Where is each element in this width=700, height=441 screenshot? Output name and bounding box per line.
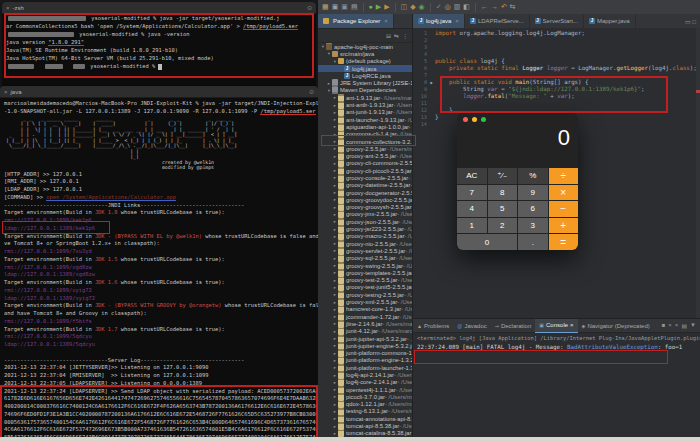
tree-item-apiguardian-api-1-0-0-jar[interactable]: ▸apiguardian-api-1.0.0.jar - /... [318, 123, 412, 130]
code-line[interactable]: 7 [413, 72, 700, 79]
tab-close-icon[interactable]: × [384, 18, 388, 24]
tree-item-opentest4j-1-1-1-jar[interactable]: ▸opentest4j-1.1.1.jar - /Users... [318, 386, 412, 393]
calc-button-1[interactable]: 1 [457, 218, 487, 234]
new-package-icon[interactable]: ◆ [410, 2, 415, 12]
tree-item-log4j-java[interactable]: Jlog4j.java [318, 65, 412, 72]
tree-item-jcommander-1-72-jar[interactable]: ▸jcommander-1.72.jar - /Use... [318, 313, 412, 320]
search-icon[interactable]: ◎ [445, 2, 451, 12]
editor-tab-mapper-java[interactable]: JMapper.java [584, 14, 636, 28]
tree-item-groovy-templates-2-5-5-jar[interactable]: ▸groovy-templates-2.5.5.jar [318, 269, 412, 276]
last-edit-icon[interactable]: ↶ [501, 2, 507, 12]
tree-item-jline-2-14-6-jar[interactable]: ▸jline-2.14.6.jar - /Users/mar... [318, 320, 412, 327]
collapse-all-icon[interactable]: ⊟ [386, 32, 391, 39]
settings-icon[interactable]: ⊙ [309, 88, 314, 95]
print-icon[interactable]: ▤ [351, 2, 358, 12]
console-tab-problems[interactable]: ▲Problems [413, 319, 453, 332]
run-icon[interactable]: ▶ [376, 2, 381, 12]
tree-item-log4jrce-java[interactable]: JLog4jRCE.java [318, 72, 412, 79]
editor-tab-serverstart-[interactable]: JServerStart... [530, 14, 584, 28]
calc-button-=[interactable]: = [549, 234, 579, 250]
tab-close-icon[interactable]: × [570, 322, 574, 328]
calc-button-−[interactable]: − [549, 201, 579, 217]
console-tab-javadoc[interactable]: @Javadoc [453, 319, 490, 332]
calc-button-.[interactable]: . [518, 234, 548, 250]
code-line[interactable]: 5public class log4j { [413, 58, 700, 65]
remove-all-icon[interactable]: × [675, 322, 679, 329]
code-line[interactable]: 4 [413, 51, 700, 58]
tree-item-groovy-json-2-5-5-jar[interactable]: ▸groovy-json-2.5.5.jar - /Use... [318, 218, 412, 225]
tree-item-groovy-jsr223-2-5-5-jar[interactable]: ▸groovy-jsr223-2.5.5.jar - /U... [318, 225, 412, 232]
tree-item-picocli-3-7-0-jar[interactable]: ▸picocli-3.7.0.jar - /Users/ma... [318, 393, 412, 400]
tree-item-groovy-cli-commons-2-5-5-j-[interactable]: ▸groovy-cli-commons-2.5.5.j... [318, 160, 412, 167]
console-tab-declaration[interactable]: ⇒Declaration [491, 319, 536, 332]
tree-item--default-package-[interactable]: ▾(default package) [318, 58, 412, 65]
tree-item-groovy-console-2-5-5-jar[interactable]: ▸groovy-console-2.5.5.jar - /... [318, 174, 412, 181]
code-line[interactable]: 3 [413, 44, 700, 51]
tree-item-groovy-groovydoc-2-5-5-jar[interactable]: ▸groovy-groovydoc-2.5.5.jar [318, 196, 412, 203]
remove-launch-icon[interactable]: × [668, 322, 672, 329]
calc-button-+[interactable]: + [549, 218, 579, 234]
settings-icon[interactable]: ⊙ [307, 4, 312, 11]
profile-icon[interactable]: ▶ [384, 2, 389, 12]
code-line[interactable]: 9 String var = "${jndi:ldap://127.0.0.1:… [413, 86, 700, 93]
annotation-icon[interactable]: ◧ [463, 2, 470, 12]
tree-item-junit-4-12-jar[interactable]: ▸junit-4.12.jar - /Users/marci... [318, 328, 412, 335]
tree-item-groovy-servlet-2-5-5-jar[interactable]: ▸groovy-servlet-2.5.5.jar - /U... [318, 247, 412, 254]
console-tab-navigator-deprecated-[interactable]: ◈Navigator (Deprecated) [578, 319, 654, 332]
panel-minmax-icons[interactable]: ▭ □ [685, 14, 700, 28]
editor-tab-ldaprefserve-[interactable]: JLDAPRefServe... [465, 14, 530, 28]
code-line[interactable]: 10 logger.fatal("Message: " + var); [413, 93, 700, 100]
calculator-titlebar[interactable] [457, 113, 578, 125]
code-line[interactable]: 8● public static void main(String[] args… [413, 79, 700, 86]
calc-button-÷[interactable]: ÷ [549, 168, 579, 184]
calc-button-⁺⁄₋[interactable]: ⁺⁄₋ [488, 168, 518, 184]
tab-close-icon[interactable]: × [455, 18, 459, 24]
tree-item-groovy-jmx-2-5-5-jar[interactable]: ▸groovy-jmx-2.5.5.jar - /User... [318, 211, 412, 218]
tree-item-apache-log4j-poc-main[interactable]: ▾apache-log4j-poc-main [318, 43, 412, 50]
tree-item-junit-platform-commons-1-[interactable]: ▸junit-platform-commons-1.... [318, 349, 412, 356]
calc-button-9[interactable]: 9 [518, 185, 548, 201]
calc-button-8[interactable]: 8 [488, 185, 518, 201]
clear-icon[interactable]: ▤ [681, 322, 687, 329]
debug-icon[interactable]: ● [369, 2, 373, 12]
tab-close-icon[interactable]: × [6, 5, 10, 11]
new-java-project-icon[interactable]: ◫ [401, 2, 408, 12]
tree-item-groovy-cli-picocli-2-5-5-jar[interactable]: ▸groovy-cli-picocli-2.5.5.jar -... [318, 167, 412, 174]
tree-item-src-main-java[interactable]: ▾src/main/java [318, 50, 412, 57]
tab-package-explorer[interactable]: Package Explorer × [318, 14, 394, 28]
tree-item-junit-jupiter-api-5-3-2-jar[interactable]: ▸junit-jupiter-api-5.3.2.jar - ... [318, 335, 412, 342]
tree-item-groovy-xml-2-5-5-jar[interactable]: ▸groovy-xml-2.5.5.jar - /User... [318, 298, 412, 305]
tree-item-commons-cli-1-4-jar[interactable]: ▸commons-cli-1.4.jar - /Users... [318, 131, 412, 138]
task-icon[interactable]: ✓ [436, 2, 442, 12]
tree-item-ant-launcher-1-9-13-jar[interactable]: ▸ant-launcher-1.9.13.jar - /Us... [318, 116, 412, 123]
calc-button-4[interactable]: 4 [457, 201, 487, 217]
new-class-icon[interactable]: ◉ [419, 2, 425, 12]
tree-item-hamcrest-core-1-3-jar[interactable]: ▸hamcrest-core-1.3.jar - /Us... [318, 306, 412, 313]
calc-button-%[interactable]: % [518, 168, 548, 184]
tree-item-ant-1-9-13-jar[interactable]: ▸ant-1.9.13.jar - /Users/marci... [318, 94, 412, 101]
console-tab-console[interactable]: ▣Console× [535, 319, 577, 333]
tree-item-groovy-docgenerator-2-5-5-[interactable]: ▸groovy-docgenerator-2.5.5.... [318, 189, 412, 196]
tree-item-junit-platform-launcher-1-3-[interactable]: ▸junit-platform-launcher-1.3... [318, 364, 412, 371]
scroll-lock-icon[interactable]: ▼ [690, 322, 696, 329]
forward-icon[interactable]: → [491, 2, 498, 12]
minimize-traffic-light[interactable] [472, 117, 477, 122]
tree-item-groovy-groovysh-2-5-5-jar[interactable]: ▸groovy-groovysh-2.5.5.jar -... [318, 204, 412, 211]
tree-item-groovy-2-5-5-jar[interactable]: ▸groovy-2.5.5.jar - /Users/ma... [318, 145, 412, 152]
back-icon[interactable]: ← [481, 2, 488, 12]
tree-item-jre-system-library-j2se-1-5-[interactable]: ▸JRE System Library [J2SE-1.5] [318, 79, 412, 86]
tree-item-commons-collections-3-2-1-j-[interactable]: ▸commons-collections-3.2.1.j... [318, 138, 412, 145]
code-line[interactable]: 11 [413, 100, 700, 107]
save-icon[interactable]: ▣ [332, 2, 339, 12]
calc-button-AC[interactable]: AC [457, 168, 487, 184]
code-line[interactable]: 1import org.apache.logging.log4j.LogMana… [413, 30, 700, 37]
tree-item-junit-jupiter-engine-5-3-2-ja-[interactable]: ▸junit-jupiter-engine-5.3.2.ja... [318, 342, 412, 349]
tree-item-groovy-test-2-5-5-jar[interactable]: ▸groovy-test-2.5.5.jar - /User... [318, 277, 412, 284]
calc-button-3[interactable]: 3 [518, 218, 548, 234]
tree-item-groovy-nio-2-5-5-jar[interactable]: ▸groovy-nio-2.5.5.jar - /Users... [318, 240, 412, 247]
tree-item-maven-dependencies[interactable]: ▾Maven Dependencies [318, 87, 412, 94]
calc-button-2[interactable]: 2 [488, 218, 518, 234]
zoom-traffic-light[interactable] [481, 117, 486, 122]
tree-item-ant-antlr-1-9-13-jar[interactable]: ▸ant-antlr-1.9.13.jar - /Users/... [318, 101, 412, 108]
tree-item-groovy-swing-2-5-5-jar[interactable]: ▸groovy-swing-2.5.5.jar - /Us... [318, 262, 412, 269]
